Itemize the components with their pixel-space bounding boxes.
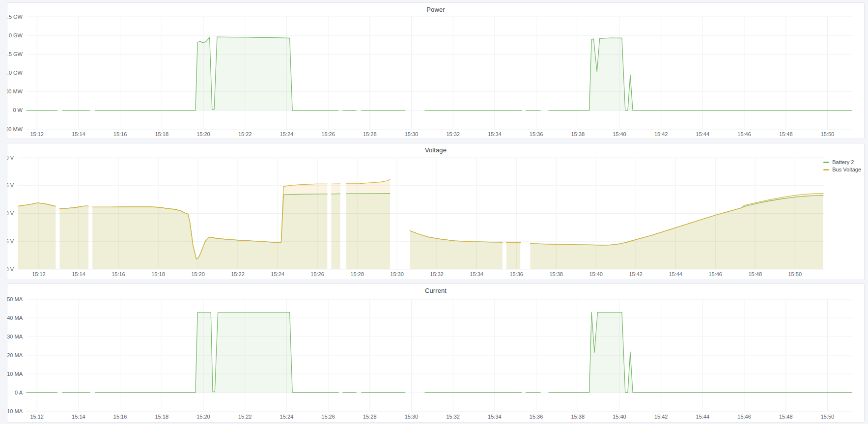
current-plot[interactable]: 50 MA40 MA30 MA20 MA10 MA0 A-10 MA15:121…	[7, 284, 865, 423]
series-area	[60, 206, 89, 269]
y-tick-label: 40 MA	[7, 315, 23, 321]
y-tick-label: 20 MA	[7, 352, 23, 358]
x-tick-label: 15:24	[280, 414, 294, 420]
x-tick-label: 15:32	[446, 414, 460, 420]
power-panel: Power 2.5 GW2.0 GW1.5 GW1.0 GW500 MW0 W-…	[7, 2, 865, 139]
x-tick-label: 15:36	[530, 131, 543, 137]
x-tick-label: 15:18	[151, 271, 165, 277]
current-panel: Current 50 MA40 MA30 MA20 MA10 MA0 A-10 …	[7, 283, 865, 423]
x-tick-label: 15:42	[654, 414, 668, 420]
y-tick-label: 500 MW	[7, 88, 23, 94]
x-tick-label: 15:50	[821, 131, 835, 137]
x-tick-label: 15:50	[788, 271, 802, 277]
x-tick-label: 15:40	[589, 271, 603, 277]
legend-item-battery-2[interactable]: Battery 2	[823, 159, 861, 165]
y-tick-label: 10 MA	[7, 371, 23, 377]
x-tick-label: 15:22	[231, 271, 245, 277]
x-tick-label: 15:16	[113, 414, 127, 420]
y-tick-label: 45 V	[7, 238, 14, 244]
x-tick-label: 15:20	[196, 131, 210, 137]
x-tick-label: 15:30	[405, 414, 419, 420]
x-tick-label: 15:40	[613, 414, 626, 420]
series-area	[410, 231, 502, 269]
x-tick-label: 15:38	[571, 414, 585, 420]
x-tick-label: 15:30	[405, 131, 419, 137]
y-tick-label: 0 A	[15, 390, 23, 396]
x-tick-label: 15:50	[821, 414, 835, 420]
series-area	[506, 242, 520, 269]
x-tick-label: 15:48	[779, 414, 793, 420]
x-tick-label: 15:18	[155, 414, 169, 420]
y-tick-label: -10 MA	[7, 408, 23, 414]
x-tick-label: 15:36	[509, 271, 523, 277]
x-tick-label: 15:42	[629, 271, 643, 277]
x-tick-label: 15:42	[654, 131, 668, 137]
x-tick-label: 15:30	[390, 271, 404, 277]
x-tick-label: 15:44	[696, 131, 710, 137]
x-tick-label: 15:14	[72, 414, 85, 420]
x-tick-label: 15:44	[696, 414, 710, 420]
x-tick-label: 15:36	[530, 414, 543, 420]
y-tick-label: 2.0 GW	[7, 32, 23, 38]
legend-item-bus-voltage[interactable]: Bus Voltage	[823, 167, 861, 172]
y-tick-label: 30 MA	[7, 334, 23, 339]
voltage-panel-title: Voltage	[7, 143, 864, 156]
x-tick-label: 15:26	[310, 271, 324, 277]
x-tick-label: 15:40	[613, 131, 626, 137]
current-panel-title: Current	[7, 284, 864, 297]
x-tick-label: 15:34	[488, 131, 502, 137]
x-tick-label: 15:20	[196, 414, 210, 420]
x-tick-label: 15:24	[280, 131, 294, 137]
legend-label: Bus Voltage	[832, 167, 861, 172]
series-area	[331, 184, 340, 269]
x-tick-label: 15:46	[708, 271, 722, 277]
legend-label: Battery 2	[832, 159, 854, 165]
y-tick-label: 0 W	[13, 107, 23, 113]
x-tick-label: 15:48	[779, 131, 793, 137]
x-tick-label: 15:38	[571, 131, 585, 137]
x-tick-label: 15:32	[446, 131, 460, 137]
x-tick-label: 15:34	[470, 271, 483, 277]
voltage-legend: Battery 2Bus Voltage	[823, 159, 861, 172]
x-tick-label: 15:12	[32, 271, 46, 277]
series-area	[18, 203, 56, 269]
x-tick-label: 15:26	[321, 131, 335, 137]
x-tick-label: 15:38	[549, 271, 563, 277]
x-tick-label: 15:20	[191, 271, 205, 277]
y-tick-label: 55 V	[7, 182, 14, 188]
x-tick-label: 15:12	[30, 131, 44, 137]
legend-swatch-icon	[823, 162, 829, 163]
x-tick-label: 15:24	[271, 271, 284, 277]
x-tick-label: 15:22	[238, 414, 252, 420]
voltage-plot[interactable]: 60 V55 V50 V45 V40 V15:1215:1415:1615:18…	[7, 143, 865, 281]
power-plot[interactable]: 2.5 GW2.0 GW1.5 GW1.0 GW500 MW0 W-500 MW…	[7, 3, 865, 140]
x-tick-label: 15:28	[363, 414, 377, 420]
y-tick-label: 50 V	[7, 210, 14, 216]
x-tick-label: 15:34	[488, 414, 502, 420]
legend-swatch-icon	[823, 169, 829, 170]
x-tick-label: 15:18	[155, 131, 169, 137]
y-tick-label: 40 V	[7, 266, 14, 272]
x-tick-label: 15:14	[72, 131, 85, 137]
y-tick-label: -500 MW	[7, 126, 23, 132]
series-area	[346, 179, 390, 269]
x-tick-label: 15:28	[350, 271, 364, 277]
x-tick-label: 15:32	[430, 271, 444, 277]
series-area	[549, 38, 852, 111]
power-panel-title: Power	[7, 3, 864, 16]
x-tick-label: 15:16	[112, 271, 125, 277]
series-area	[95, 312, 338, 393]
y-tick-label: 50 MA	[7, 296, 23, 302]
x-tick-label: 15:22	[238, 131, 252, 137]
x-tick-label: 15:16	[113, 131, 127, 137]
voltage-panel: Voltage 60 V55 V50 V45 V40 V15:1215:1415…	[7, 143, 865, 280]
y-tick-label: 1.0 GW	[7, 70, 23, 76]
y-tick-label: 1.5 GW	[7, 51, 23, 57]
series-area	[92, 184, 327, 269]
x-tick-label: 15:12	[30, 414, 44, 420]
x-tick-label: 15:14	[72, 271, 85, 277]
x-tick-label: 15:28	[363, 131, 377, 137]
x-tick-label: 15:48	[748, 271, 762, 277]
x-tick-label: 15:44	[669, 271, 682, 277]
x-tick-label: 15:26	[321, 414, 335, 420]
